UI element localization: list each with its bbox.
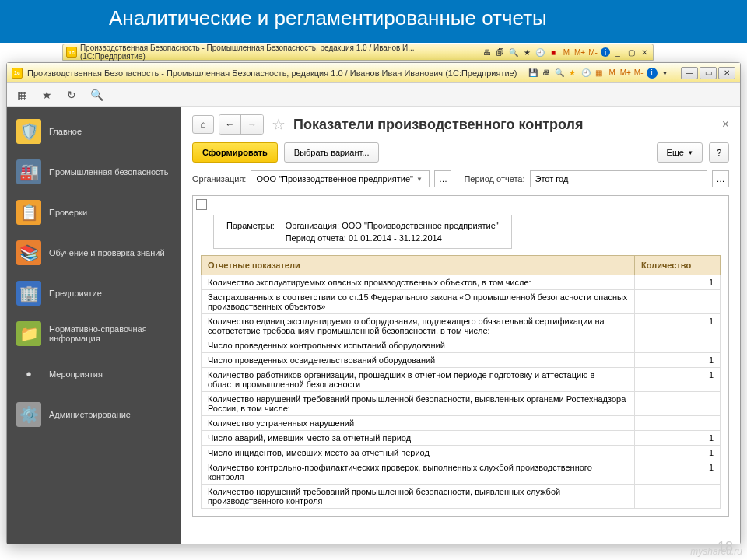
sidebar-item-label: Предприятие — [49, 289, 102, 298]
indicator-cell: Количество нарушений требований промышле… — [202, 392, 635, 416]
main-window-title: Производственная Безопасность - Промышле… — [27, 68, 517, 78]
home-button[interactable]: ⌂ — [192, 115, 214, 134]
period-browse-button[interactable]: … — [712, 170, 729, 187]
table-row: Количество нарушений требований промышле… — [202, 485, 721, 509]
sidebar-item[interactable]: 🛡️Главное — [7, 111, 181, 152]
content-area: × ⌂ ← → ☆ Показатели производственного к… — [181, 107, 740, 544]
top-toolbar: ▦ ★ ↻ 🔍 — [7, 83, 740, 107]
sidebar-icon: 🏢 — [16, 281, 41, 306]
main-titlebar: 1c Производственная Безопасность - Промы… — [7, 63, 740, 83]
table-row: Количество единиц эксплуатируемого обору… — [202, 314, 721, 338]
tool-m-icon[interactable]: M — [561, 47, 572, 58]
sidebar-item-label: Мероприятия — [49, 369, 103, 379]
indicator-cell: Количество контрольно-профилактических п… — [202, 460, 635, 485]
generate-button[interactable]: Сформировать — [192, 142, 278, 163]
table-row: Число инцидентов, имевших место за отчет… — [202, 446, 721, 460]
params-label: Параметры: — [222, 220, 279, 231]
logo-1c-icon: 1c — [12, 68, 23, 79]
sidebar-icon: 📚 — [16, 240, 41, 265]
close-tab-icon[interactable]: × — [722, 117, 729, 131]
col-indicator: Отчетные показатели — [202, 256, 635, 275]
sidebar-item-label: Главное — [49, 127, 82, 136]
period-select[interactable]: Этот год — [530, 170, 707, 187]
tool-m-minus-icon[interactable]: M- — [587, 47, 598, 58]
sidebar-item[interactable]: ⚙️Администрирование — [7, 394, 181, 435]
outer-titlebar: 1c Производственная Безопасность - Промы… — [62, 44, 654, 61]
sidebar: 🛡️Главное🏭Промышленная безопасность📋Пров… — [7, 107, 181, 544]
history-icon[interactable]: ↻ — [65, 88, 79, 102]
qty-cell: 1 — [635, 353, 721, 368]
sidebar-item-label: Администрирование — [49, 410, 131, 419]
sidebar-item[interactable]: 🏭Промышленная безопасность — [7, 152, 181, 192]
collapse-button[interactable]: − — [196, 199, 207, 210]
qty-cell — [635, 416, 721, 431]
sidebar-item[interactable]: 📁Нормативно-справочная информация — [7, 313, 181, 354]
more-button[interactable]: Еще — [657, 142, 703, 163]
info-icon[interactable]: i — [601, 47, 610, 57]
help-button[interactable]: ? — [709, 142, 729, 163]
history-icon[interactable]: 🕘 — [580, 68, 591, 79]
close-button[interactable]: ✕ — [718, 67, 735, 79]
outer-toolbar-icons: 🖶 🗐 🔍 ★ 🕘 ■ M M+ M- i _ ▢ ✕ — [482, 47, 650, 58]
col-quantity: Количество — [635, 256, 721, 275]
tool-icon[interactable]: ■ — [548, 47, 559, 58]
qty-cell: 1 — [635, 275, 721, 290]
indicator-cell: Количество работников организации, проше… — [202, 368, 635, 392]
background-window: 1c Производственная Безопасность - Промы… — [62, 44, 654, 61]
save-icon[interactable]: 💾 — [528, 68, 538, 79]
sidebar-item[interactable]: •Мероприятия — [7, 354, 181, 394]
maximize-icon[interactable]: ▢ — [626, 47, 637, 58]
table-row: Число проведенных освидетельствований об… — [202, 353, 721, 368]
qty-cell: 1 — [635, 431, 721, 446]
watermark: myshared.ru — [690, 546, 742, 557]
sidebar-icon: • — [16, 362, 41, 387]
dropdown-icon[interactable]: ▾ — [660, 68, 671, 79]
minimize-icon[interactable]: _ — [612, 47, 623, 58]
params-org: Организация: ООО "Производственное предп… — [281, 220, 503, 231]
org-browse-button[interactable]: … — [434, 170, 451, 187]
tool-icon[interactable]: 🕘 — [535, 47, 545, 58]
org-label: Организация: — [192, 174, 246, 184]
preview-icon[interactable]: 🔍 — [554, 68, 565, 79]
indicator-cell: Число проведенных контрольных испытаний … — [202, 338, 635, 353]
sidebar-item[interactable]: 🏢Предприятие — [7, 273, 181, 313]
sidebar-item-label: Обучение и проверка знаний — [49, 248, 165, 257]
close-icon[interactable]: ✕ — [639, 47, 650, 58]
qty-cell — [635, 392, 721, 416]
tool-icon[interactable]: ★ — [521, 47, 532, 58]
table-row: Число аварий, имевших место за отчетный … — [202, 431, 721, 446]
indicator-cell: Число инцидентов, имевших место за отчет… — [202, 446, 635, 460]
indicator-cell: Количество нарушений требований промышле… — [202, 485, 635, 509]
print-icon[interactable]: 🖶 — [541, 68, 552, 79]
tool-m-minus-icon[interactable]: M- — [633, 68, 644, 79]
qty-cell: 1 — [635, 446, 721, 460]
qty-cell — [635, 290, 721, 314]
tool-m-plus-icon[interactable]: M+ — [574, 47, 585, 58]
back-button[interactable]: ← — [219, 115, 241, 134]
period-label: Период отчета: — [464, 174, 524, 184]
favorite-star-icon[interactable]: ☆ — [272, 115, 286, 134]
apps-icon[interactable]: ▦ — [15, 88, 29, 102]
report-box: − Параметры: Организация: ООО "Производс… — [192, 195, 729, 517]
table-row: Количество работников организации, проше… — [202, 368, 721, 392]
maximize-button[interactable]: ▭ — [700, 67, 717, 79]
sidebar-item[interactable]: 📚Обучение и проверка знаний — [7, 233, 181, 273]
search-icon[interactable]: 🔍 — [89, 88, 103, 102]
star-icon[interactable]: ★ — [40, 88, 54, 102]
info-icon[interactable]: i — [647, 68, 658, 79]
tool-icon[interactable]: 🔍 — [508, 47, 519, 58]
table-row: Застрахованных в соответствии со ст.15 Ф… — [202, 290, 721, 314]
tool-m-plus-icon[interactable]: M+ — [620, 68, 631, 79]
table-row: Количество нарушений требований промышле… — [202, 392, 721, 416]
forward-button[interactable]: → — [241, 115, 263, 134]
select-variant-button[interactable]: Выбрать вариант... — [284, 142, 380, 163]
tool-icon[interactable]: 🖶 — [482, 47, 493, 58]
params-box: Параметры: Организация: ООО "Производств… — [213, 215, 512, 249]
favorite-icon[interactable]: ★ — [567, 68, 578, 79]
calc-icon[interactable]: ▦ — [594, 68, 605, 79]
minimize-button[interactable]: — — [681, 67, 698, 79]
tool-m-icon[interactable]: M — [607, 68, 618, 79]
org-select[interactable]: ООО "Производственное предприятие" ▼ — [251, 170, 430, 187]
tool-icon[interactable]: 🗐 — [495, 47, 506, 58]
sidebar-item[interactable]: 📋Проверки — [7, 192, 181, 233]
